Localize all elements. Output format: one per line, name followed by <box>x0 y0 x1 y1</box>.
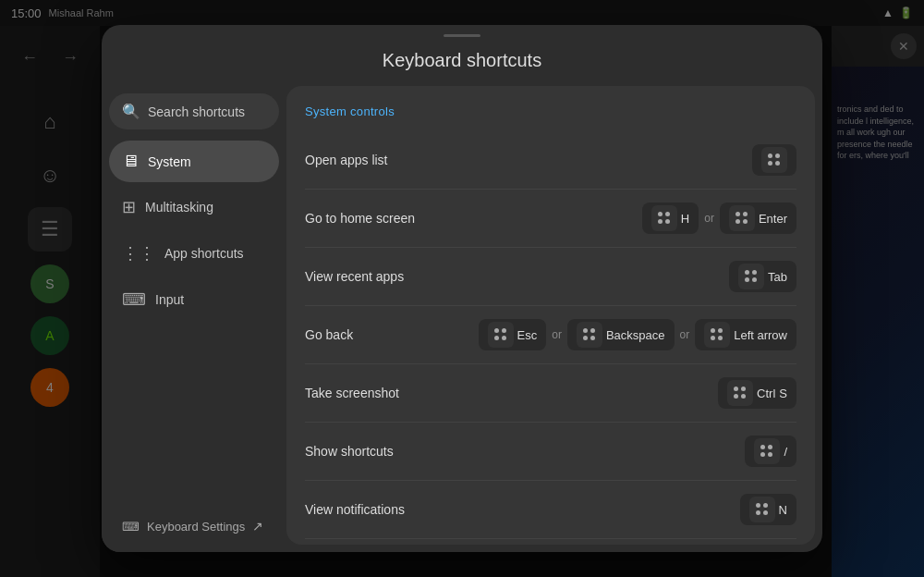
shortcut-row: Lock screen L <box>305 539 796 545</box>
meta-key <box>761 147 787 173</box>
key-button: Esc <box>479 319 547 350</box>
meta-key <box>729 205 755 231</box>
key-or: or <box>702 212 716 225</box>
shortcut-label: Open apps list <box>305 153 752 167</box>
key-button: Ctrl S <box>718 377 796 409</box>
nav-item-app-shortcuts-label: App shortcuts <box>164 246 244 261</box>
multitasking-icon: ⊞ <box>122 197 136 217</box>
meta-key <box>577 322 602 348</box>
nav-item-input-label: Input <box>155 292 184 307</box>
key-button: N <box>740 494 796 525</box>
monitor-icon: 🖥 <box>122 152 139 171</box>
meta-key <box>488 322 514 348</box>
keyboard-settings-icon: ⌨ <box>122 520 140 534</box>
shortcut-label: Show shortcuts <box>305 444 745 459</box>
nav-item-app-shortcuts[interactable]: ⋮⋮ App shortcuts <box>109 232 279 275</box>
search-shortcuts-box[interactable]: 🔍 Search shortcuts <box>109 93 279 129</box>
shortcut-label: View notifications <box>305 502 740 517</box>
modal-body: 🔍 Search shortcuts 🖥 System ⊞ Multitaski… <box>102 86 822 552</box>
nav-item-system[interactable]: 🖥 System <box>109 141 279 182</box>
shortcut-keys: H or Enter <box>642 203 796 234</box>
meta-key <box>704 322 730 348</box>
shortcut-keys: Ctrl S <box>718 377 796 409</box>
modal-title: Keyboard shortcuts <box>102 37 822 86</box>
shortcut-keys: Esc or Backspace or Left arrow <box>479 319 796 350</box>
nav-item-multitasking[interactable]: ⊞ Multitasking <box>109 186 279 228</box>
key-button: Tab <box>729 261 796 292</box>
shortcuts-list: Open apps list Go to home screen H or En… <box>305 131 796 545</box>
search-shortcuts-label: Search shortcuts <box>148 104 245 119</box>
shortcut-row: Take screenshot Ctrl S <box>305 364 796 423</box>
key-label: Left arrow <box>734 328 787 342</box>
key-label: Esc <box>517 328 538 342</box>
search-icon: 🔍 <box>122 103 140 120</box>
key-or: or <box>550 328 564 341</box>
key-button: Enter <box>720 203 796 234</box>
key-label: Backspace <box>606 328 665 342</box>
shortcut-row: Go back Esc or Backspace or Left arrow <box>305 306 796 364</box>
key-button: H <box>642 203 699 234</box>
nav-item-multitasking-label: Multitasking <box>145 200 213 215</box>
shortcut-label: Take screenshot <box>305 386 718 400</box>
keyboard-icon: ⌨ <box>122 289 146 310</box>
shortcut-keys: / <box>745 436 796 467</box>
section-title: System controls <box>305 104 796 118</box>
keyboard-shortcuts-modal: Keyboard shortcuts 🔍 Search shortcuts 🖥 … <box>102 25 822 552</box>
key-label: / <box>784 445 787 459</box>
key-label: Ctrl <box>757 387 775 400</box>
keyboard-settings-label: Keyboard Settings <box>147 520 245 534</box>
content-panel: System controls Open apps list Go to hom… <box>286 86 815 545</box>
shortcut-keys: Tab <box>729 261 796 292</box>
app-shortcuts-icon: ⋮⋮ <box>122 243 155 264</box>
shortcut-label: Go to home screen <box>305 211 642 226</box>
shortcut-row: Open apps list <box>305 131 796 190</box>
meta-key <box>727 380 753 406</box>
key-or: or <box>678 328 692 341</box>
meta-key <box>651 205 677 231</box>
shortcut-row: Show shortcuts / <box>305 423 796 481</box>
key-button <box>752 144 796 176</box>
shortcut-label: Go back <box>305 327 479 342</box>
shortcut-label: View recent apps <box>305 269 729 284</box>
modal-backdrop: Keyboard shortcuts 🔍 Search shortcuts 🖥 … <box>0 0 924 577</box>
key-label: Enter <box>759 212 787 226</box>
keyboard-settings-button[interactable]: ⌨ Keyboard Settings ↗ <box>109 508 279 545</box>
key-label: H <box>681 212 689 226</box>
key-button: Backspace <box>567 319 675 350</box>
meta-key <box>749 497 775 522</box>
key-label: N <box>779 503 787 517</box>
meta-key <box>754 438 780 464</box>
external-link-icon: ↗ <box>252 519 263 534</box>
shortcut-row: Go to home screen H or Enter <box>305 190 796 248</box>
meta-key <box>738 264 764 289</box>
nav-item-system-label: System <box>148 154 191 169</box>
key-label-2: S <box>779 387 787 400</box>
shortcut-row: View notifications N <box>305 481 796 539</box>
key-button: / <box>745 436 796 467</box>
key-label: Tab <box>768 270 787 284</box>
nav-item-input[interactable]: ⌨ Input <box>109 278 279 321</box>
key-button: Left arrow <box>695 319 796 350</box>
shortcut-keys: N <box>740 494 796 525</box>
nav-panel: 🔍 Search shortcuts 🖥 System ⊞ Multitaski… <box>102 86 286 552</box>
shortcut-keys <box>752 144 796 176</box>
shortcut-row: View recent apps Tab <box>305 248 796 306</box>
